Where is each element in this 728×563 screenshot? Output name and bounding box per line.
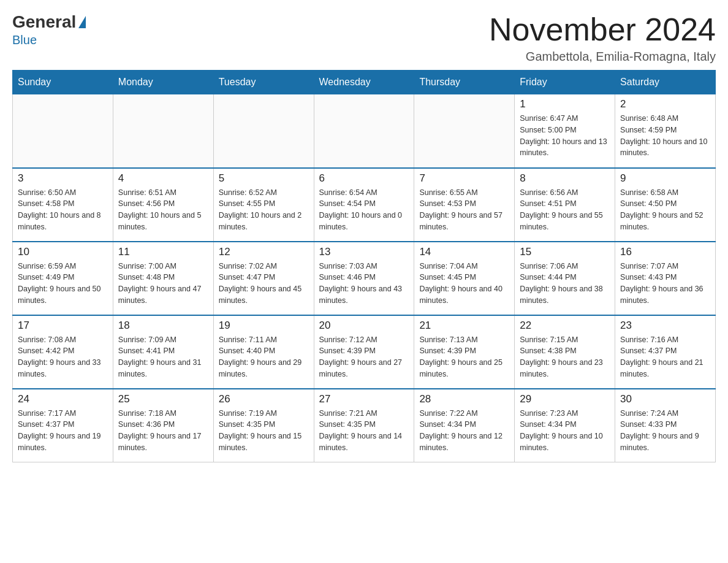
calendar-day-cell: 17Sunrise: 7:08 AM Sunset: 4:42 PM Dayli…	[13, 315, 113, 389]
calendar-day-cell: 22Sunrise: 7:15 AM Sunset: 4:38 PM Dayli…	[515, 315, 615, 389]
day-info: Sunrise: 7:11 AM Sunset: 4:40 PM Dayligh…	[219, 334, 309, 380]
calendar-day-cell: 24Sunrise: 7:17 AM Sunset: 4:37 PM Dayli…	[13, 389, 113, 462]
day-number: 23	[620, 320, 710, 332]
weekday-header-monday: Monday	[113, 71, 213, 94]
day-info: Sunrise: 7:02 AM Sunset: 4:47 PM Dayligh…	[219, 261, 309, 307]
day-number: 6	[319, 172, 409, 185]
calendar-day-cell: 18Sunrise: 7:09 AM Sunset: 4:41 PM Dayli…	[113, 315, 213, 389]
calendar-day-cell: 14Sunrise: 7:04 AM Sunset: 4:45 PM Dayli…	[414, 242, 515, 315]
day-info: Sunrise: 6:48 AM Sunset: 4:59 PM Dayligh…	[620, 113, 710, 159]
day-info: Sunrise: 6:51 AM Sunset: 4:56 PM Dayligh…	[118, 187, 208, 233]
day-info: Sunrise: 7:21 AM Sunset: 4:35 PM Dayligh…	[319, 408, 409, 454]
day-number: 3	[18, 172, 108, 185]
day-info: Sunrise: 7:18 AM Sunset: 4:36 PM Dayligh…	[118, 408, 208, 454]
logo-triangle-icon	[78, 16, 86, 28]
calendar-table: SundayMondayTuesdayWednesdayThursdayFrid…	[12, 70, 716, 462]
weekday-header-wednesday: Wednesday	[314, 71, 414, 94]
day-info: Sunrise: 6:55 AM Sunset: 4:53 PM Dayligh…	[419, 187, 509, 233]
day-number: 18	[118, 320, 208, 332]
day-info: Sunrise: 7:04 AM Sunset: 4:45 PM Dayligh…	[419, 261, 509, 307]
logo-general-text: General	[12, 12, 76, 32]
day-info: Sunrise: 7:09 AM Sunset: 4:41 PM Dayligh…	[118, 334, 208, 380]
calendar-day-cell: 26Sunrise: 7:19 AM Sunset: 4:35 PM Dayli…	[213, 389, 314, 462]
day-number: 21	[419, 320, 509, 332]
calendar-day-cell: 1Sunrise: 6:47 AM Sunset: 5:00 PM Daylig…	[515, 94, 615, 168]
day-number: 2	[620, 98, 710, 110]
calendar-day-cell	[113, 94, 213, 168]
day-number: 30	[620, 393, 710, 405]
day-info: Sunrise: 7:12 AM Sunset: 4:39 PM Dayligh…	[319, 334, 409, 380]
day-number: 26	[219, 393, 309, 405]
calendar-day-cell: 4Sunrise: 6:51 AM Sunset: 4:56 PM Daylig…	[113, 168, 213, 242]
day-info: Sunrise: 7:03 AM Sunset: 4:46 PM Dayligh…	[319, 261, 409, 307]
day-number: 12	[219, 246, 309, 258]
calendar-week-4: 17Sunrise: 7:08 AM Sunset: 4:42 PM Dayli…	[13, 315, 716, 389]
calendar-week-1: 1Sunrise: 6:47 AM Sunset: 5:00 PM Daylig…	[13, 94, 716, 168]
calendar-day-cell: 21Sunrise: 7:13 AM Sunset: 4:39 PM Dayli…	[414, 315, 515, 389]
day-info: Sunrise: 6:59 AM Sunset: 4:49 PM Dayligh…	[18, 261, 108, 307]
calendar-day-cell: 27Sunrise: 7:21 AM Sunset: 4:35 PM Dayli…	[314, 389, 414, 462]
day-info: Sunrise: 7:24 AM Sunset: 4:33 PM Dayligh…	[620, 408, 710, 454]
weekday-header-sunday: Sunday	[13, 71, 113, 94]
title-block: November 2024 Gambettola, Emilia-Romagna…	[489, 12, 716, 64]
logo: General Blue	[12, 12, 86, 47]
day-info: Sunrise: 6:54 AM Sunset: 4:54 PM Dayligh…	[319, 187, 409, 233]
calendar-day-cell: 7Sunrise: 6:55 AM Sunset: 4:53 PM Daylig…	[414, 168, 515, 242]
calendar-day-cell: 16Sunrise: 7:07 AM Sunset: 4:43 PM Dayli…	[615, 242, 716, 315]
calendar-day-cell	[314, 94, 414, 168]
day-number: 5	[219, 172, 309, 185]
calendar-day-cell: 8Sunrise: 6:56 AM Sunset: 4:51 PM Daylig…	[515, 168, 615, 242]
weekday-header-thursday: Thursday	[414, 71, 515, 94]
day-number: 20	[319, 320, 409, 332]
calendar-day-cell: 25Sunrise: 7:18 AM Sunset: 4:36 PM Dayli…	[113, 389, 213, 462]
calendar-week-5: 24Sunrise: 7:17 AM Sunset: 4:37 PM Dayli…	[13, 389, 716, 462]
day-info: Sunrise: 6:47 AM Sunset: 5:00 PM Dayligh…	[520, 113, 610, 159]
day-info: Sunrise: 7:19 AM Sunset: 4:35 PM Dayligh…	[219, 408, 309, 454]
day-number: 15	[520, 246, 610, 258]
location-text: Gambettola, Emilia-Romagna, Italy	[489, 50, 716, 64]
day-number: 4	[118, 172, 208, 185]
day-number: 27	[319, 393, 409, 405]
day-info: Sunrise: 6:52 AM Sunset: 4:55 PM Dayligh…	[219, 187, 309, 233]
day-info: Sunrise: 7:16 AM Sunset: 4:37 PM Dayligh…	[620, 334, 710, 380]
calendar-day-cell	[13, 94, 113, 168]
calendar-day-cell: 28Sunrise: 7:22 AM Sunset: 4:34 PM Dayli…	[414, 389, 515, 462]
day-number: 19	[219, 320, 309, 332]
calendar-day-cell	[414, 94, 515, 168]
weekday-header-friday: Friday	[515, 71, 615, 94]
calendar-day-cell: 30Sunrise: 7:24 AM Sunset: 4:33 PM Dayli…	[615, 389, 716, 462]
day-number: 28	[419, 393, 509, 405]
calendar-day-cell: 19Sunrise: 7:11 AM Sunset: 4:40 PM Dayli…	[213, 315, 314, 389]
calendar-day-cell: 29Sunrise: 7:23 AM Sunset: 4:34 PM Dayli…	[515, 389, 615, 462]
day-number: 24	[18, 393, 108, 405]
day-info: Sunrise: 6:56 AM Sunset: 4:51 PM Dayligh…	[520, 187, 610, 233]
calendar-day-cell: 13Sunrise: 7:03 AM Sunset: 4:46 PM Dayli…	[314, 242, 414, 315]
day-number: 13	[319, 246, 409, 258]
calendar-day-cell: 20Sunrise: 7:12 AM Sunset: 4:39 PM Dayli…	[314, 315, 414, 389]
calendar-day-cell: 9Sunrise: 6:58 AM Sunset: 4:50 PM Daylig…	[615, 168, 716, 242]
day-number: 25	[118, 393, 208, 405]
day-number: 14	[419, 246, 509, 258]
day-number: 8	[520, 172, 610, 185]
day-info: Sunrise: 7:08 AM Sunset: 4:42 PM Dayligh…	[18, 334, 108, 380]
day-number: 11	[118, 246, 208, 258]
day-number: 16	[620, 246, 710, 258]
day-info: Sunrise: 6:58 AM Sunset: 4:50 PM Dayligh…	[620, 187, 710, 233]
calendar-day-cell: 11Sunrise: 7:00 AM Sunset: 4:48 PM Dayli…	[113, 242, 213, 315]
page-header: General Blue November 2024 Gambettola, E…	[12, 12, 716, 64]
logo-blue-text: Blue	[12, 33, 37, 47]
calendar-week-3: 10Sunrise: 6:59 AM Sunset: 4:49 PM Dayli…	[13, 242, 716, 315]
day-info: Sunrise: 7:00 AM Sunset: 4:48 PM Dayligh…	[118, 261, 208, 307]
calendar-day-cell	[213, 94, 314, 168]
calendar-day-cell: 5Sunrise: 6:52 AM Sunset: 4:55 PM Daylig…	[213, 168, 314, 242]
day-number: 29	[520, 393, 610, 405]
day-info: Sunrise: 6:50 AM Sunset: 4:58 PM Dayligh…	[18, 187, 108, 233]
day-number: 9	[620, 172, 710, 185]
weekday-header-tuesday: Tuesday	[213, 71, 314, 94]
day-info: Sunrise: 7:13 AM Sunset: 4:39 PM Dayligh…	[419, 334, 509, 380]
day-number: 1	[520, 98, 610, 110]
day-number: 17	[18, 320, 108, 332]
day-info: Sunrise: 7:23 AM Sunset: 4:34 PM Dayligh…	[520, 408, 610, 454]
day-info: Sunrise: 7:07 AM Sunset: 4:43 PM Dayligh…	[620, 261, 710, 307]
day-number: 22	[520, 320, 610, 332]
